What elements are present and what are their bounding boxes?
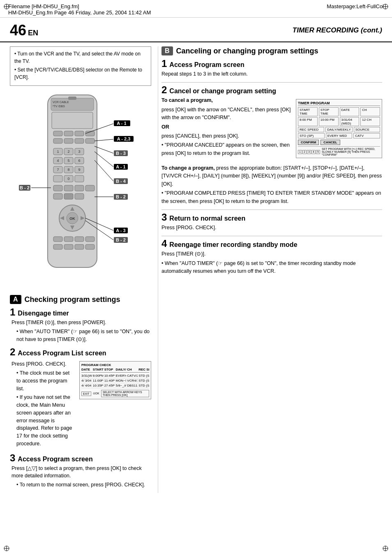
svg-text:*TV  /DBS: *TV /DBS — [53, 105, 65, 108]
left-step1-body: Press [TIMER (⊙)], then press [POWER]. W… — [10, 319, 151, 343]
tp-info-text: SET PROGRAM WITH [+/-] REC SPEED, SLOWLY… — [322, 147, 380, 156]
right-step2-bullet1: "PROGRAM CANCELED" appears on the screen… — [161, 141, 292, 157]
svg-text:1: 1 — [57, 150, 59, 154]
right-step4-line1: Press [TIMER (⊙)]. — [161, 250, 382, 258]
header-filename: Filename [HM-DH5U_Eng.fm] — [8, 3, 151, 9]
svg-text:9: 9 — [78, 168, 80, 172]
svg-rect-62 — [53, 237, 62, 242]
tp-rec-val: STO (SP) — [298, 133, 325, 138]
intro-bullet-2: Set the [VCR/TV/CABLE/DBS] selector on t… — [14, 66, 147, 81]
corner-mark-tr — [382, 3, 389, 10]
label-a3-bot: A - 3 — [116, 228, 125, 233]
tp-row2-vals: STO (SP) EVERY WED CATV — [298, 133, 380, 138]
svg-rect-47 — [75, 175, 84, 182]
right-step3-num: 3 — [161, 212, 167, 222]
svg-text:VCR  CABLE: VCR CABLE — [53, 101, 69, 104]
tp-row2-labels: REC SPEED DAILY/WEEKLY SOURCE — [298, 127, 380, 132]
timer-program-screen: TIMER PROGRAM START TIME STOP TIME DATE … — [296, 99, 382, 158]
tp-ch-val: 12 CH — [360, 117, 380, 126]
left-step2-bullet1: The clock must be set to access the prog… — [12, 369, 75, 392]
tp-confirm-btn: CONFIRM — [298, 140, 319, 145]
svg-rect-50 — [75, 185, 84, 191]
tp-start-label: START TIME — [298, 107, 318, 116]
svg-text:OK: OK — [69, 216, 75, 221]
svg-text:2: 2 — [67, 150, 69, 154]
right-step3-body: Press [PROG. CHECK]. — [161, 224, 382, 232]
corner-mark-bl — [3, 545, 10, 552]
right-step3-title: Return to normal screen — [169, 215, 245, 222]
svg-rect-64 — [75, 237, 84, 242]
svg-rect-20 — [75, 131, 84, 136]
svg-rect-68 — [75, 244, 84, 249]
label-a1-mid: A - 1 — [116, 164, 125, 169]
divider-2 — [161, 210, 382, 210]
remote-illustration: VCR CABLE *TV /DBS — [19, 91, 142, 292]
page-number-group: 46 EN — [10, 22, 38, 39]
svg-text:7: 7 — [57, 168, 59, 172]
or-label: OR — [161, 124, 169, 130]
right-step-4: 4 Reengage timer recording standby mode … — [161, 239, 382, 275]
tp-daily-label: DAILY/WEEKLY — [325, 127, 353, 132]
screen-pc-headers: DATE START STOP DAILY/WEEKLY CH REC SPEE… — [81, 368, 149, 373]
left-step3-body: Press [△▽] to select a program, then pre… — [10, 465, 151, 489]
change-heading: To change a program, — [161, 165, 215, 171]
svg-text:5: 5 — [67, 159, 69, 163]
svg-rect-67 — [64, 244, 73, 249]
label-a23: A - 2,3 — [117, 136, 131, 141]
section-b-header: B Canceling or changing program settings — [161, 46, 382, 55]
pc-col-stop: STOP — [104, 368, 115, 371]
svg-rect-48 — [53, 185, 62, 191]
right-step2-title: Cancel or change program setting — [169, 88, 276, 95]
pc-col-start: START — [93, 368, 104, 371]
tp-daily-val: EVERY WED — [326, 133, 353, 138]
tp-info-row: 1 2 3 4 5 SET PROGRAM WITH [+/-] REC SPE… — [298, 146, 380, 156]
svg-rect-19 — [64, 131, 73, 136]
right-step4-body: Press [TIMER (⊙)]. When "AUTO TIMER" (☞ … — [161, 250, 382, 275]
left-step1-number: 1 — [10, 307, 15, 317]
tp-source-label: SOURCE — [354, 127, 380, 132]
header-left: Filename [HM-DH5U_Eng.fm] HM-DH5U_Eng.fm… — [8, 3, 151, 16]
right-step4-title: Reengage timer recording standby mode — [169, 241, 297, 249]
svg-rect-13 — [51, 98, 94, 111]
left-step1-title: Disengage timer — [18, 310, 69, 317]
svg-rect-18 — [53, 131, 62, 136]
left-step2-line1: Press [PROG. CHECK]. — [12, 360, 75, 368]
right-step1-line1: Repeat steps 1 to 3 in the left column. — [161, 70, 382, 78]
svg-text:6: 6 — [78, 159, 80, 163]
tp-cancel-btn: CANCEL — [321, 140, 340, 145]
svg-text:3: 3 — [78, 150, 80, 154]
cancel-body2: press [CANCEL], then press [OK]. — [161, 132, 292, 140]
tp-buttons: CONFIRM CANCEL — [298, 140, 380, 145]
divider-3 — [161, 236, 382, 236]
label-b3: B - 3 — [116, 151, 126, 156]
cancel-heading: To cancel a program, — [161, 97, 213, 103]
right-step2-body: To cancel a program, press [OK] with the… — [161, 97, 292, 159]
svg-rect-44 — [53, 175, 62, 182]
section-a-title: Checking program settings — [25, 295, 120, 304]
page-section-title: TIMER RECORDING (cont.) — [293, 26, 382, 35]
section-b-title: Canceling or changing program settings — [176, 47, 318, 55]
divider-1 — [161, 82, 382, 83]
svg-rect-65 — [85, 237, 95, 242]
tp-stop-val: 10:00 PM — [319, 117, 339, 126]
label-b4: B - 4 — [116, 179, 126, 184]
page-title-row: 46 EN TIMER RECORDING (cont.) — [0, 18, 392, 42]
right-step2-bullet2: "PROGRAM COMPLETED PRESS [TIMER] TO ENTE… — [161, 189, 382, 205]
left-step3-number: 3 — [10, 453, 15, 463]
svg-text:4: 4 — [57, 159, 59, 163]
svg-text:0: 0 — [67, 177, 69, 181]
left-step1-bullet1: When "AUTO TIMER" (☞ page 66) is set to … — [12, 328, 151, 343]
right-step2-num: 2 — [161, 85, 167, 95]
pc-col-date: DATE — [81, 368, 92, 371]
tp-row1-vals: 8:00 PM 10:00 PM 3/31/04 (WED) 12 CH — [298, 117, 380, 126]
svg-rect-49 — [64, 185, 73, 191]
pc-col-speed: REC SPEED — [138, 368, 149, 371]
left-column: Turn on the VCR and the TV, and select t… — [10, 46, 158, 493]
right-column: B Canceling or changing program settings… — [158, 46, 382, 493]
right-step-3: 3 Return to normal screen Press [PROG. C… — [161, 212, 382, 232]
svg-text:8: 8 — [67, 168, 69, 172]
svg-rect-69 — [85, 244, 95, 249]
tp-source-val: CATV — [353, 133, 380, 138]
pc-exit-btn: EXIT — [81, 391, 91, 396]
screen-pc-title: PROGRAM CHECK — [81, 363, 149, 367]
